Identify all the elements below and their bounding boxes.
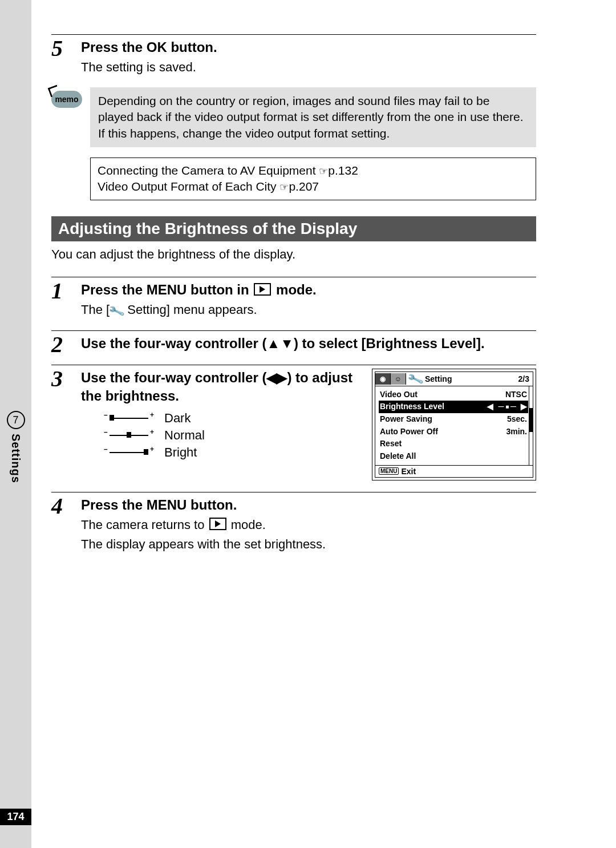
step-number: 2 (51, 333, 63, 356)
step5-title-pre: Press the (81, 39, 147, 55)
slider-thumb-icon: — ■ — (496, 402, 518, 412)
level-dark: Dark (164, 411, 191, 426)
face-mode-icon: ☺ (391, 373, 406, 385)
lcd-screenshot: ◉ ☺ 🔧 Setting 2/3 Video Out (372, 369, 536, 480)
lcd-reset-label: Reset (380, 438, 402, 450)
left-arrow-icon: ◀ (487, 401, 493, 413)
chapter-tab: 7 Settings (0, 411, 31, 508)
step1-title-post: mode. (272, 282, 316, 297)
page-content: 5 Press the OK button. The setting is sa… (51, 34, 536, 564)
step5-desc: The setting is saved. (81, 59, 536, 76)
chapter-number: 7 (7, 411, 25, 429)
slider-dark-icon: –+ (104, 413, 154, 423)
step4-desc2: The display appears with the set brightn… (81, 536, 536, 553)
lcd-brightness-row: Brightness Level ◀ — ■ — ▶ (379, 401, 528, 413)
lcd-title: Setting (425, 374, 452, 383)
lcd-page-indicator: 2/3 (515, 374, 533, 383)
lcd-delete-all-label: Delete All (380, 450, 416, 463)
lcd-power-saving-value: 5sec. (507, 413, 527, 426)
step-5: 5 Press the OK button. The setting is sa… (51, 34, 536, 76)
step-3: 3 Use the four-way controller (◀▶) to ad… (51, 365, 536, 480)
section-heading: Adjusting the Brightness of the Display (51, 216, 536, 241)
memo-block: memo Depending on the country or region,… (51, 87, 536, 147)
lcd-video-out-value: NTSC (505, 389, 527, 401)
step-2: 2 Use the four-way controller (▲▼) to se… (51, 330, 536, 353)
lcd-scrollbar (529, 386, 533, 465)
step4-desc1-pre: The camera returns to (81, 518, 208, 532)
step2-title: Use the four-way controller (▲▼) to sele… (81, 334, 536, 353)
camera-mode-icon: ◉ (375, 373, 391, 385)
playback-mode-icon (209, 518, 226, 530)
ok-label: OK (147, 39, 167, 55)
ref-line2: Video Output Format of Each City (98, 180, 279, 193)
ref-line1-page: p.132 (328, 164, 358, 177)
brightness-levels: –+ Dark –+ Normal (104, 410, 364, 461)
menu-button-icon: MENU (379, 467, 399, 475)
pointer-icon: ☞ (279, 181, 289, 193)
step-number: 1 (51, 280, 63, 302)
step1-title-mid: button in (187, 282, 253, 297)
ref-line1: Connecting the Camera to AV Equipment (98, 164, 319, 177)
lcd-video-out-label: Video Out (380, 389, 418, 401)
page-number: 174 (0, 809, 31, 825)
step-number: 3 (51, 368, 63, 390)
menu-label: MENU (147, 497, 187, 512)
step4-title-pre: Press the (81, 497, 147, 512)
step-1: 1 Press the MENU button in mode. The [🔧 … (51, 277, 536, 319)
step-number: 5 (51, 37, 63, 60)
section-intro: You can adjust the brightness of the dis… (51, 247, 536, 262)
playback-mode-icon (254, 283, 271, 296)
step4-title-post: button. (187, 497, 237, 512)
lcd-power-saving-label: Power Saving (380, 413, 432, 426)
lcd-brightness-label: Brightness Level (380, 401, 444, 413)
step-number: 4 (51, 495, 63, 518)
step1-desc-mid: Setting] menu appears. (124, 302, 257, 317)
reference-box: Connecting the Camera to AV Equipment ☞p… (90, 158, 536, 200)
level-normal: Normal (164, 428, 205, 443)
step3-title: Use the four-way controller (◀▶) to adju… (81, 369, 364, 406)
slider-normal-icon: –+ (104, 430, 154, 441)
step1-title-pre: Press the (81, 282, 147, 297)
chapter-label: Settings (9, 434, 22, 483)
level-bright: Bright (164, 445, 197, 460)
lcd-auto-off-value: 3min. (506, 426, 527, 438)
step1-desc-pre: The [ (81, 302, 110, 317)
step4-desc1-post: mode. (228, 518, 266, 532)
wrench-icon: 🔧 (407, 370, 425, 387)
lcd-exit-label: Exit (401, 467, 416, 476)
memo-text: Depending on the country or region, imag… (90, 87, 536, 147)
right-arrow-icon: ▶ (521, 401, 527, 413)
memo-icon: memo (51, 91, 82, 108)
slider-bright-icon: –+ (104, 447, 154, 458)
step5-title-post: button. (167, 39, 217, 55)
pointer-icon: ☞ (319, 165, 328, 177)
step-4: 4 Press the MENU button. The camera retu… (51, 492, 536, 553)
lcd-auto-off-label: Auto Power Off (380, 426, 438, 438)
ref-line2-page: p.207 (289, 180, 319, 193)
menu-label: MENU (147, 282, 187, 297)
